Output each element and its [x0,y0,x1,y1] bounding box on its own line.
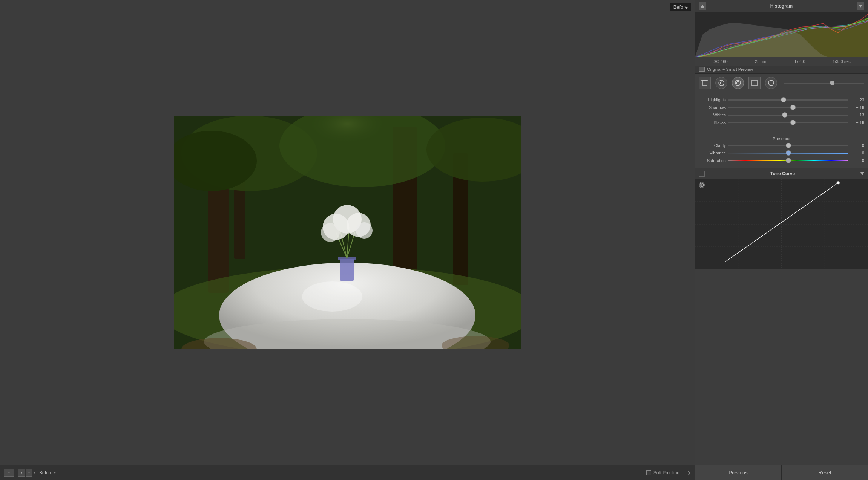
saturation-track[interactable] [728,160,848,161]
histogram-header: Histogram [695,0,868,12]
view-mode-button[interactable]: ⊟ [4,469,14,477]
saturation-value: 0 [851,158,864,163]
clarity-thumb[interactable] [786,143,791,148]
shadows-track[interactable] [728,107,848,108]
main-area: Before [0,0,868,480]
crop-tool-button[interactable] [699,77,711,89]
blacks-track[interactable] [728,122,848,123]
svg-point-47 [837,181,840,184]
tone-curve-collapse-icon [860,172,864,175]
soft-proofing-label: Soft Proofing [653,470,679,475]
svg-point-35 [738,83,739,84]
vibrance-track[interactable] [728,153,848,154]
svg-rect-27 [702,81,707,85]
histogram-canvas [695,12,868,57]
shadows-row: Shadows + 16 [695,104,868,111]
clarity-track[interactable] [728,145,848,146]
histogram-section: Histogram [695,0,868,74]
whites-row: Whites − 13 [695,111,868,119]
meta-focal-length: 28 mm [755,59,768,64]
histogram-metadata: ISO 160 28 mm f / 4.0 1/350 sec [695,57,868,66]
svg-point-24 [302,281,362,312]
tone-curve-title: Tone Curve [770,171,795,176]
radial-filter-button[interactable] [765,77,777,89]
panel-bottom-buttons: Previous Reset [695,465,868,480]
reset-button[interactable]: Reset [782,465,868,480]
tone-curve-panel-toggle[interactable] [699,171,705,177]
previous-button[interactable]: Previous [695,465,782,480]
soft-proofing-checkbox[interactable] [646,470,651,475]
panel-chevron-right-icon[interactable]: ❯ [687,470,691,475]
bottom-bar: ⊟ Y Y ▾ Before ▾ Soft Proofing ❯ [0,465,695,480]
svg-point-23 [356,222,373,239]
photo-panel: Before [0,0,695,480]
svg-line-32 [723,85,725,86]
whites-track[interactable] [728,115,848,116]
clarity-label: Clarity [699,143,726,148]
clarity-value: 0 [851,143,864,148]
before-overlay-label: Before [670,3,691,11]
spot-removal-tool-button[interactable] [715,77,727,89]
photo-scene-svg [174,116,521,349]
saturation-thumb[interactable] [786,158,791,163]
blacks-value: + 16 [851,120,864,125]
tone-curve-canvas [695,179,868,269]
shadows-label: Shadows [699,105,726,110]
smart-preview-bar: Original + Smart Preview [695,66,868,73]
blacks-thumb[interactable] [790,120,796,125]
highlights-label: Highlights [699,98,726,102]
before-mode-button[interactable]: Before ▾ [39,470,56,475]
svg-line-46 [725,183,838,262]
highlights-row: Highlights − 23 [695,96,868,104]
view-yy2-button[interactable]: Y [26,469,32,477]
svg-point-37 [768,80,774,86]
vibrance-thumb[interactable] [786,150,791,156]
highlights-track[interactable] [728,99,848,101]
tools-row [695,74,868,92]
svg-point-39 [701,184,702,186]
meta-iso: ISO 160 [712,59,727,64]
whites-value: − 13 [851,113,864,117]
smart-preview-label: Original + Smart Preview [707,67,753,72]
whites-thumb[interactable] [782,112,787,118]
tone-curve-section: Tone Curve [695,168,868,465]
vibrance-label: Vibrance [699,151,726,155]
graduated-filter-button[interactable] [748,77,761,89]
svg-point-30 [719,80,724,86]
view-yy-button[interactable]: Y [18,469,25,477]
meta-shutter: 1/350 sec [833,59,851,64]
svg-point-31 [720,82,722,84]
histogram-clipping-highlights-btn[interactable] [857,2,864,10]
presence-section: Presence Clarity 0 Vibrance 0 Saturation [695,130,868,168]
vibrance-value: 0 [851,151,864,155]
tool-slider[interactable] [784,83,864,84]
adjustments-section: Highlights − 23 Shadows + 16 Whites [695,92,868,130]
svg-rect-36 [752,80,757,86]
before-chevron-icon: ▾ [54,471,56,475]
tool-slider-thumb [830,81,834,85]
tone-curve-point-mode-btn[interactable] [699,182,705,188]
redeye-tool-button[interactable] [732,77,744,89]
presence-title: Presence [695,134,868,142]
svg-point-22 [321,223,340,242]
meta-aperture: f / 4.0 [795,59,805,64]
right-panel: Histogram [695,0,868,480]
tone-curve-header: Tone Curve [695,168,868,179]
histogram-clipping-shadows-btn[interactable] [699,2,706,10]
highlights-value: − 23 [851,98,864,102]
saturation-label: Saturation [699,158,726,163]
clarity-row: Clarity 0 [695,142,868,149]
photo-image [174,116,521,349]
shadows-value: + 16 [851,105,864,110]
shadows-thumb[interactable] [790,105,796,110]
before-mode-label: Before [39,470,52,475]
soft-proofing-row: Soft Proofing [646,470,679,475]
svg-rect-13 [340,259,354,281]
view-dropdown-button[interactable]: ▾ [33,470,35,475]
histogram-title: Histogram [770,3,793,9]
smart-preview-icon [699,67,705,72]
vibrance-row: Vibrance 0 [695,149,868,157]
saturation-row: Saturation 0 [695,157,868,164]
highlights-thumb[interactable] [781,97,786,102]
blacks-label: Blacks [699,120,726,125]
